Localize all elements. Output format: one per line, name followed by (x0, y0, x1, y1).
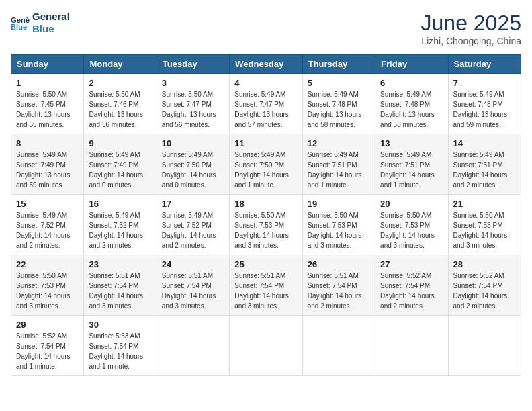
day-info: Sunrise: 5:49 AM Sunset: 7:51 PM Dayligh… (308, 150, 370, 190)
day-number: 9 (89, 138, 151, 148)
day-number: 29 (16, 320, 79, 330)
calendar-cell: 19Sunrise: 5:50 AM Sunset: 7:53 PM Dayli… (302, 195, 375, 255)
svg-text:Blue: Blue (11, 23, 27, 31)
calendar-cell: 1Sunrise: 5:50 AM Sunset: 7:45 PM Daylig… (11, 74, 84, 134)
day-info: Sunrise: 5:50 AM Sunset: 7:47 PM Dayligh… (162, 89, 224, 130)
day-info: Sunrise: 5:50 AM Sunset: 7:46 PM Dayligh… (89, 89, 151, 130)
day-info: Sunrise: 5:49 AM Sunset: 7:52 PM Dayligh… (162, 210, 224, 250)
day-info: Sunrise: 5:50 AM Sunset: 7:53 PM Dayligh… (308, 210, 370, 250)
day-info: Sunrise: 5:50 AM Sunset: 7:45 PM Dayligh… (16, 89, 79, 130)
calendar-cell: 26Sunrise: 5:51 AM Sunset: 7:54 PM Dayli… (302, 255, 375, 316)
calendar-cell: 9Sunrise: 5:49 AM Sunset: 7:49 PM Daylig… (84, 134, 157, 195)
day-number: 17 (162, 199, 224, 209)
calendar-cell: 25Sunrise: 5:51 AM Sunset: 7:54 PM Dayli… (230, 255, 302, 316)
logo-line1: General (32, 11, 70, 23)
logo: General Blue General Blue (11, 11, 70, 35)
calendar-cell: 11Sunrise: 5:49 AM Sunset: 7:50 PM Dayli… (230, 134, 302, 195)
calendar-cell: 27Sunrise: 5:52 AM Sunset: 7:54 PM Dayli… (375, 255, 448, 316)
calendar-cell: 23Sunrise: 5:51 AM Sunset: 7:54 PM Dayli… (84, 255, 157, 316)
calendar-cell: 6Sunrise: 5:49 AM Sunset: 7:48 PM Daylig… (375, 74, 448, 134)
calendar-cell: 28Sunrise: 5:52 AM Sunset: 7:54 PM Dayli… (448, 255, 521, 316)
calendar-day-header: Tuesday (157, 55, 229, 74)
day-info: Sunrise: 5:53 AM Sunset: 7:54 PM Dayligh… (89, 331, 151, 371)
day-info: Sunrise: 5:52 AM Sunset: 7:54 PM Dayligh… (380, 271, 443, 311)
calendar-day-header: Sunday (11, 55, 84, 74)
logo-icon: General Blue (11, 13, 30, 32)
calendar-week-row: 29Sunrise: 5:52 AM Sunset: 7:54 PM Dayli… (11, 316, 521, 376)
day-info: Sunrise: 5:49 AM Sunset: 7:48 PM Dayligh… (380, 89, 443, 130)
calendar-cell: 3Sunrise: 5:50 AM Sunset: 7:47 PM Daylig… (157, 74, 229, 134)
day-number: 5 (308, 78, 370, 88)
day-number: 18 (234, 199, 297, 209)
day-number: 28 (453, 259, 516, 269)
calendar-cell: 18Sunrise: 5:50 AM Sunset: 7:53 PM Dayli… (230, 195, 302, 255)
day-number: 16 (89, 199, 151, 209)
calendar-cell: 14Sunrise: 5:49 AM Sunset: 7:51 PM Dayli… (448, 134, 521, 195)
day-info: Sunrise: 5:51 AM Sunset: 7:54 PM Dayligh… (89, 271, 151, 311)
day-info: Sunrise: 5:51 AM Sunset: 7:54 PM Dayligh… (308, 271, 370, 311)
day-number: 22 (16, 259, 79, 269)
day-info: Sunrise: 5:50 AM Sunset: 7:53 PM Dayligh… (234, 210, 297, 250)
calendar-day-header: Friday (375, 55, 448, 74)
calendar-cell: 13Sunrise: 5:49 AM Sunset: 7:51 PM Dayli… (375, 134, 448, 195)
day-number: 30 (89, 320, 151, 330)
day-info: Sunrise: 5:49 AM Sunset: 7:48 PM Dayligh… (453, 89, 516, 130)
calendar-cell: 20Sunrise: 5:50 AM Sunset: 7:53 PM Dayli… (375, 195, 448, 255)
day-number: 24 (162, 259, 224, 269)
calendar-cell (230, 316, 302, 376)
day-number: 26 (308, 259, 370, 269)
day-number: 1 (16, 78, 79, 88)
calendar-cell: 5Sunrise: 5:49 AM Sunset: 7:48 PM Daylig… (302, 74, 375, 134)
day-number: 8 (16, 138, 79, 148)
calendar-title: June 2025 (421, 11, 521, 36)
calendar-cell: 16Sunrise: 5:49 AM Sunset: 7:52 PM Dayli… (84, 195, 157, 255)
day-info: Sunrise: 5:49 AM Sunset: 7:50 PM Dayligh… (162, 150, 224, 190)
day-info: Sunrise: 5:49 AM Sunset: 7:50 PM Dayligh… (234, 150, 297, 190)
calendar-cell: 12Sunrise: 5:49 AM Sunset: 7:51 PM Dayli… (302, 134, 375, 195)
day-number: 11 (234, 138, 297, 148)
day-number: 19 (308, 199, 370, 209)
day-info: Sunrise: 5:50 AM Sunset: 7:53 PM Dayligh… (453, 210, 516, 250)
calendar-cell (157, 316, 229, 376)
calendar-cell: 17Sunrise: 5:49 AM Sunset: 7:52 PM Dayli… (157, 195, 229, 255)
calendar-cell: 4Sunrise: 5:49 AM Sunset: 7:47 PM Daylig… (230, 74, 302, 134)
day-number: 7 (453, 78, 516, 88)
calendar-table: SundayMondayTuesdayWednesdayThursdayFrid… (11, 54, 521, 376)
calendar-week-row: 8Sunrise: 5:49 AM Sunset: 7:49 PM Daylig… (11, 134, 521, 195)
calendar-cell: 24Sunrise: 5:51 AM Sunset: 7:54 PM Dayli… (157, 255, 229, 316)
calendar-day-header: Monday (84, 55, 157, 74)
calendar-cell: 22Sunrise: 5:50 AM Sunset: 7:53 PM Dayli… (11, 255, 84, 316)
calendar-week-row: 1Sunrise: 5:50 AM Sunset: 7:45 PM Daylig… (11, 74, 521, 134)
day-info: Sunrise: 5:51 AM Sunset: 7:54 PM Dayligh… (162, 271, 224, 311)
day-number: 27 (380, 259, 443, 269)
calendar-header-row: SundayMondayTuesdayWednesdayThursdayFrid… (11, 55, 521, 74)
calendar-cell: 10Sunrise: 5:49 AM Sunset: 7:50 PM Dayli… (157, 134, 229, 195)
day-number: 10 (162, 138, 224, 148)
calendar-cell (448, 316, 521, 376)
day-number: 6 (380, 78, 443, 88)
day-info: Sunrise: 5:51 AM Sunset: 7:54 PM Dayligh… (234, 271, 297, 311)
calendar-day-header: Saturday (448, 55, 521, 74)
day-number: 21 (453, 199, 516, 209)
day-info: Sunrise: 5:49 AM Sunset: 7:51 PM Dayligh… (453, 150, 516, 190)
day-info: Sunrise: 5:49 AM Sunset: 7:51 PM Dayligh… (380, 150, 443, 190)
calendar-cell: 2Sunrise: 5:50 AM Sunset: 7:46 PM Daylig… (84, 74, 157, 134)
calendar-day-header: Thursday (302, 55, 375, 74)
day-info: Sunrise: 5:50 AM Sunset: 7:53 PM Dayligh… (380, 210, 443, 250)
calendar-week-row: 15Sunrise: 5:49 AM Sunset: 7:52 PM Dayli… (11, 195, 521, 255)
logo-line2: Blue (32, 23, 70, 35)
day-info: Sunrise: 5:49 AM Sunset: 7:52 PM Dayligh… (16, 210, 79, 250)
calendar-cell: 21Sunrise: 5:50 AM Sunset: 7:53 PM Dayli… (448, 195, 521, 255)
calendar-cell (375, 316, 448, 376)
day-number: 12 (308, 138, 370, 148)
page-header: General Blue General Blue June 2025 Lizh… (11, 11, 521, 46)
day-number: 15 (16, 199, 79, 209)
day-number: 25 (234, 259, 297, 269)
day-info: Sunrise: 5:49 AM Sunset: 7:48 PM Dayligh… (308, 89, 370, 130)
title-block: June 2025 Lizhi, Chongqing, China (421, 11, 521, 46)
day-info: Sunrise: 5:49 AM Sunset: 7:52 PM Dayligh… (89, 210, 151, 250)
calendar-body: 1Sunrise: 5:50 AM Sunset: 7:45 PM Daylig… (11, 74, 521, 376)
day-number: 4 (234, 78, 297, 88)
calendar-cell: 30Sunrise: 5:53 AM Sunset: 7:54 PM Dayli… (84, 316, 157, 376)
calendar-day-header: Wednesday (230, 55, 302, 74)
